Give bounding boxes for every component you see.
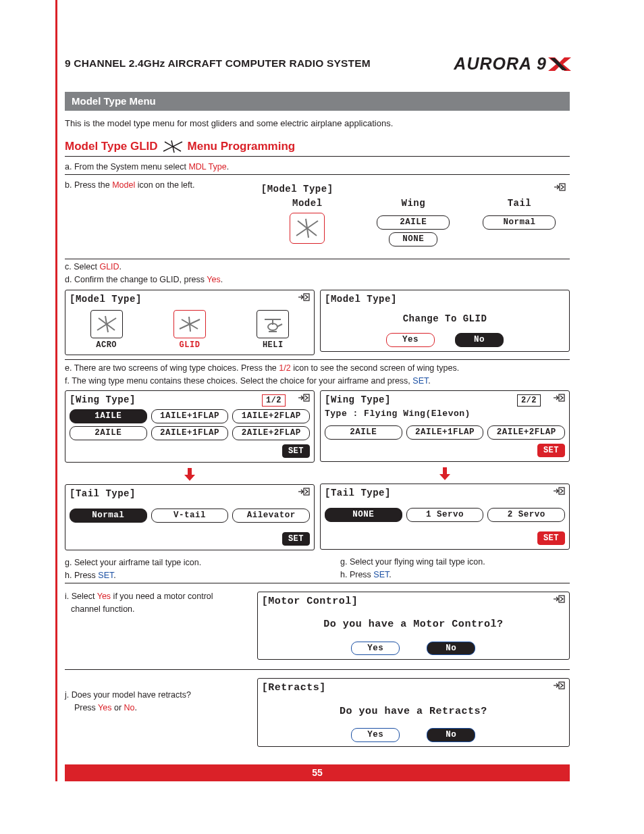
acro-icon[interactable] (90, 310, 123, 338)
wing-opt[interactable]: 1AILE+1FLAP (151, 409, 229, 423)
lcd-title: [Tail Type] (70, 488, 310, 500)
exit-icon[interactable] (298, 293, 310, 305)
lcd-title: [Motor Control] (262, 595, 565, 608)
tail-opt[interactable]: Normal (70, 509, 147, 523)
lcd-change-confirm: [Model Type] Change To GLID Yes No (320, 290, 570, 353)
lcd-model-type-overview: [Model Type] Model Wing (257, 180, 570, 251)
lcd-title: [Tail Type] (325, 487, 565, 500)
lcd-motor-control: [Motor Control] Do you have a Motor Cont… (257, 592, 570, 660)
yes-button[interactable]: Yes (386, 333, 435, 347)
step-j1: j. Does your model have retracts? (65, 687, 252, 702)
svg-line-17 (189, 317, 190, 332)
wing-opt[interactable]: 1AILE (70, 409, 147, 423)
lcd-title: [Model Type] (261, 183, 566, 196)
logo-x-icon (548, 56, 570, 72)
no-button[interactable]: No (427, 642, 475, 656)
wing-opt[interactable]: 2AILE+2FLAP (487, 425, 565, 440)
acro-label: ACRO (90, 340, 123, 350)
motor-question: Do you have a Motor Control? (262, 618, 565, 631)
no-button[interactable]: No (427, 728, 475, 742)
change-to-text: Change To GLID (325, 313, 565, 325)
col-wing: Wing (402, 197, 426, 210)
lcd-title: [Retracts] (262, 681, 565, 695)
exit-icon[interactable] (553, 681, 565, 693)
no-button[interactable]: No (455, 333, 504, 347)
lcd-tail-type-1: [Tail Type] Normal V-tail Ailevator SET (65, 484, 315, 550)
lcd-wing-type-2: [Wing Type] 2/2 Type : Flying Wing(Elevo… (320, 390, 570, 462)
step-b: b. Press the Model icon on the left. (65, 178, 252, 192)
lcd-wing-type-1: [Wing Type] 1/2 1AILE 1AILE+1FLAP 1AILE+… (65, 390, 315, 463)
lcd-title: [Wing Type] (325, 394, 391, 407)
yes-button[interactable]: Yes (351, 728, 400, 742)
tail-opt[interactable]: 2 Servo (487, 508, 565, 522)
col-model: Model (261, 197, 354, 210)
tail-value[interactable]: Normal (483, 215, 556, 230)
tail-opt[interactable]: V-tail (151, 509, 229, 523)
step-h2: h. Press SET. (320, 569, 570, 582)
lcd-tail-type-2: [Tail Type] NONE 1 Servo 2 Servo SET (320, 484, 570, 550)
set-button[interactable]: SET (282, 532, 310, 546)
intro-text: This is the model type menu for most gli… (65, 118, 570, 130)
page-footer: 55 (65, 764, 570, 781)
lcd-retracts: [Retracts] Do you have a Retracts? Yes N… (257, 678, 570, 746)
subheading: Model Type GLID Menu Programming (65, 139, 570, 157)
page-number: 55 (65, 764, 570, 781)
step-f: f. The wing type menu contains these cho… (65, 375, 570, 388)
arrow-down-icon (65, 467, 315, 481)
step-a: a. From the System menu select MDL Type. (65, 159, 570, 175)
page-indicator[interactable]: 2/2 (517, 394, 541, 407)
exit-icon[interactable] (298, 394, 310, 405)
wing-opt[interactable]: 2AILE+1FLAP (151, 426, 229, 440)
step-h1: h. Press SET. (65, 570, 315, 583)
step-g2: g. Select your flying wing tail type ico… (320, 554, 570, 569)
exit-icon[interactable] (553, 595, 565, 606)
page-header: 9 CHANNEL 2.4GHz AIRCRAFT COMPUTER RADIO… (65, 53, 570, 76)
step-i: i. Select Yes if you need a motor contro… (65, 589, 252, 604)
wing-opt[interactable]: 2AILE+2FLAP (232, 426, 310, 440)
retracts-question: Do you have a Retracts? (262, 705, 565, 719)
header-title: 9 CHANNEL 2.4GHz AIRCRAFT COMPUTER RADIO… (65, 57, 371, 71)
red-margin-line (55, 0, 57, 781)
model-icon-selected[interactable] (290, 213, 325, 244)
wing-opt[interactable]: 2AILE+1FLAP (406, 425, 484, 440)
wing-opt[interactable]: 2AILE (325, 425, 402, 440)
section-title-bar: Model Type Menu (65, 92, 570, 111)
exit-icon[interactable] (553, 394, 565, 405)
heli-label: HELI (257, 340, 289, 350)
set-button[interactable]: SET (537, 444, 565, 457)
tail-opt[interactable]: 1 Servo (406, 508, 484, 522)
step-j2: Press Yes or No. (65, 702, 252, 715)
tail-opt[interactable]: NONE (325, 508, 402, 522)
step-c: c. Select GLID. (65, 259, 570, 274)
lcd-model-select: [Model Type] ACRO (65, 290, 315, 355)
svg-marker-30 (439, 467, 450, 480)
glid-icon[interactable] (173, 310, 206, 338)
exit-icon[interactable] (298, 488, 310, 499)
step-i-line2: channel function. (65, 604, 252, 617)
exit-icon[interactable] (553, 487, 565, 498)
glider-icon (162, 139, 184, 154)
col-tail: Tail (508, 197, 532, 210)
subhead-left: Model Type GLID (65, 139, 158, 155)
step-d: d. Confirm the change to GLID, press Yes… (65, 274, 570, 287)
tail-opt[interactable]: Ailevator (232, 509, 310, 523)
set-button[interactable]: SET (537, 531, 565, 545)
step-e: e. There are two screens of wing type ch… (65, 359, 570, 375)
svg-marker-25 (184, 468, 195, 481)
wing-opt[interactable]: 2AILE (70, 426, 147, 440)
yes-button[interactable]: Yes (351, 642, 400, 656)
page-indicator[interactable]: 1/2 (262, 394, 286, 407)
step-g1: g. Select your airframe tail type icon. (65, 554, 315, 570)
wing-value-1[interactable]: 2AILE (377, 215, 450, 230)
arrow-down-icon (320, 466, 570, 481)
lcd-title: [Model Type] (70, 293, 310, 306)
lcd-title: [Model Type] (325, 293, 565, 306)
exit-icon[interactable] (554, 183, 566, 194)
heli-icon[interactable] (257, 310, 289, 338)
wing-opt[interactable]: 1AILE+2FLAP (232, 409, 310, 423)
logo-text: AURORA 9 (454, 53, 547, 76)
set-button[interactable]: SET (282, 444, 310, 458)
wing2-subtitle: Type : Flying Wing(Elevon) (325, 408, 565, 420)
glid-label: GLID (173, 340, 206, 350)
wing-value-2[interactable]: NONE (389, 232, 437, 246)
